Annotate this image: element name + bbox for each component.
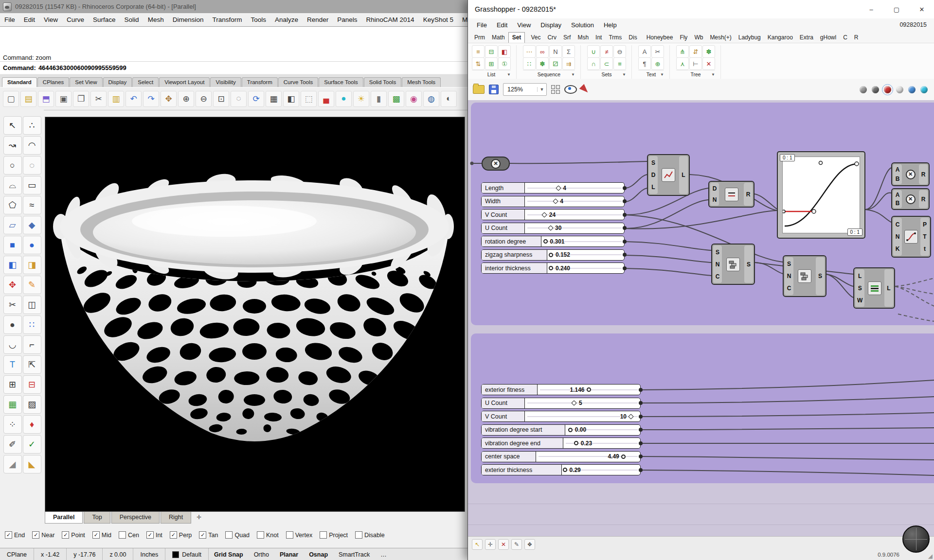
component-icon[interactable]: N <box>549 45 562 58</box>
preview-sphere-icon[interactable] <box>920 86 928 93</box>
input-port[interactable]: C <box>787 285 791 292</box>
gh-component-graph[interactable]: SDL L <box>647 154 690 196</box>
input-port[interactable]: C <box>896 221 900 228</box>
component-icon[interactable]: Σ <box>562 45 575 58</box>
status-toggle[interactable]: Ortho <box>249 551 274 558</box>
gh-menu-item[interactable]: Edit <box>492 21 512 29</box>
toolbar-icon[interactable]: ✂ <box>90 91 107 107</box>
sidebar-tool-icon[interactable]: ✐ <box>3 435 22 454</box>
viewport-tab[interactable]: Right <box>161 512 191 524</box>
sidebar-tool-icon[interactable]: ↝ <box>3 136 22 155</box>
toolbar-icon[interactable]: ☀ <box>353 91 369 107</box>
toolbar-icon[interactable]: ❐ <box>73 91 89 107</box>
maximize-icon[interactable]: ▢ <box>884 0 909 18</box>
gh-number-slider[interactable]: zigzag sharpness 0.152 <box>481 249 625 261</box>
gh-number-slider[interactable]: U Count 5 <box>481 398 641 409</box>
slider-grip[interactable] <box>574 441 578 445</box>
component-icon[interactable]: ⊞ <box>485 57 498 70</box>
toolbar-tab[interactable]: Display <box>103 77 132 87</box>
sidebar-tool-icon[interactable]: ▨ <box>23 395 41 414</box>
component-icon[interactable]: ⋯ <box>523 45 536 58</box>
rhino-menu-item[interactable]: Mesh <box>144 16 168 23</box>
category-tab[interactable]: Kangaroo <box>764 33 796 43</box>
component-icon[interactable]: ✕ <box>702 57 715 70</box>
category-tab[interactable]: Math <box>488 33 508 43</box>
input-port[interactable]: D <box>713 185 717 192</box>
component-icon[interactable]: ⊕ <box>651 57 664 70</box>
sidebar-tool-icon[interactable]: T <box>3 355 22 374</box>
slider-grip[interactable] <box>621 455 626 459</box>
layer-selector[interactable]: Default <box>165 548 209 560</box>
toolbar-tab[interactable]: Standard <box>2 77 37 87</box>
preview-sphere-icon[interactable] <box>872 86 879 93</box>
category-tab[interactable]: Ladybug <box>735 33 764 43</box>
sidebar-tool-icon[interactable]: ✥ <box>3 276 22 294</box>
checkbox-icon[interactable] <box>92 531 100 539</box>
component-icon[interactable]: ① <box>498 57 511 70</box>
category-tab[interactable]: gHowl <box>817 33 840 43</box>
osnap-toggle[interactable]: Vertex <box>286 531 312 539</box>
output-port[interactable]: S <box>818 273 822 280</box>
gh-menu-item[interactable]: View <box>512 21 536 29</box>
sidebar-tool-icon[interactable]: ◨ <box>23 256 41 274</box>
sidebar-tool-icon[interactable]: ⊟ <box>23 375 41 394</box>
input-port[interactable]: C <box>716 273 720 280</box>
output-port[interactable]: S <box>747 261 751 268</box>
gh-number-slider[interactable]: vibration degree start 0.00 <box>481 424 641 436</box>
component-icon[interactable]: ¶ <box>638 57 651 70</box>
osnap-toggle[interactable]: Mid <box>92 531 111 539</box>
slider-track[interactable]: 4.49 <box>536 452 640 462</box>
cplane-selector[interactable]: CPlane <box>0 548 34 560</box>
viewport-tab[interactable]: Perspective <box>111 512 160 524</box>
slider-grip[interactable] <box>568 428 573 432</box>
zoom-extents-icon[interactable] <box>551 85 560 94</box>
slider-grip[interactable] <box>628 414 633 419</box>
sidebar-tool-icon[interactable]: ⊞ <box>3 375 22 394</box>
slider-track[interactable]: 5 <box>525 398 640 408</box>
gh-number-slider[interactable]: exterior thickness 0.29 <box>481 464 641 475</box>
category-tab[interactable]: Vec <box>527 33 544 43</box>
zoom-select[interactable]: 125% ▼ <box>503 83 547 96</box>
slider-track[interactable]: 0.00 <box>565 425 640 435</box>
output-port[interactable]: t <box>924 245 926 252</box>
preview-eye-icon[interactable] <box>564 85 577 94</box>
sidebar-tool-icon[interactable]: ● <box>23 236 41 254</box>
checkbox-icon[interactable] <box>32 531 39 539</box>
component-icon[interactable]: ⊢ <box>689 57 702 70</box>
input-port[interactable]: A <box>896 166 900 173</box>
sidebar-tool-icon[interactable]: ◠ <box>23 136 41 155</box>
slider-grip[interactable] <box>543 239 548 244</box>
gh-menu-item[interactable]: Display <box>536 21 566 29</box>
category-tab[interactable]: Int <box>592 33 605 43</box>
component-icon[interactable]: ⚂ <box>549 57 562 70</box>
output-port[interactable]: R <box>746 191 751 198</box>
add-viewport-tab-icon[interactable]: ✛ <box>192 512 206 523</box>
toolbar-tab[interactable]: CPlanes <box>37 77 69 87</box>
input-port[interactable]: A <box>896 192 900 198</box>
slider-grip[interactable] <box>556 185 561 191</box>
category-tab[interactable]: Srf <box>560 33 574 43</box>
gh-number-slider[interactable]: V Count 24 <box>481 209 625 220</box>
gh-number-slider[interactable]: center space 4.49 <box>481 451 641 462</box>
checkbox-icon[interactable] <box>5 531 12 539</box>
component-icon[interactable]: ⇅ <box>472 57 485 70</box>
checkbox-icon[interactable] <box>257 531 264 539</box>
slider-grip[interactable] <box>587 387 591 392</box>
status-toggle[interactable]: Planar <box>274 551 304 558</box>
input-port[interactable]: N <box>716 261 720 268</box>
sidebar-tool-icon[interactable]: ◢ <box>3 455 22 473</box>
sidebar-tool-icon[interactable]: ∷ <box>23 315 41 334</box>
toolbar-icon[interactable]: ↷ <box>143 91 159 107</box>
component-icon[interactable]: ⊂ <box>600 57 613 70</box>
toolbar-icon[interactable]: ▢ <box>3 91 19 107</box>
sidebar-tool-icon[interactable]: ■ <box>3 236 22 254</box>
gh-number-slider[interactable]: Length 4 <box>481 182 625 193</box>
category-tab[interactable]: Extra <box>796 33 817 43</box>
gh-number-slider[interactable]: exterior fitness 1.146 <box>481 384 641 395</box>
toolbar-tab[interactable]: Mesh Tools <box>402 77 441 87</box>
slider-track[interactable]: 24 <box>525 210 624 220</box>
input-port[interactable]: N <box>713 196 717 203</box>
slider-grip[interactable] <box>549 266 553 270</box>
gh-number-slider[interactable]: V Count 10 <box>481 411 641 422</box>
toolbar-icon[interactable]: ⊡ <box>213 91 229 107</box>
